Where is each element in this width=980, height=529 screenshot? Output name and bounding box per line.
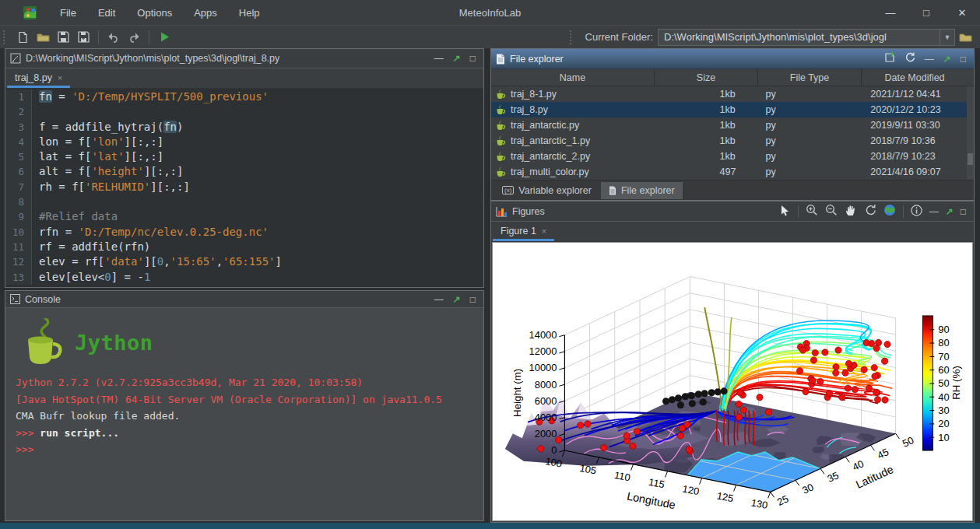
file-icon bbox=[609, 186, 616, 195]
console-header: Console — ↗ □ bbox=[5, 291, 483, 308]
jython-logo-text: Jython bbox=[75, 331, 153, 355]
run-script-button[interactable] bbox=[154, 29, 174, 46]
svg-text:60: 60 bbox=[938, 364, 949, 376]
column-header[interactable]: Date Modified bbox=[862, 69, 968, 86]
globe-icon[interactable] bbox=[883, 204, 896, 219]
file-explorer-header: File explorer — ↗ □ bbox=[491, 49, 974, 69]
toolbar-drag-handle[interactable] bbox=[570, 30, 574, 44]
pan-hand-icon[interactable] bbox=[845, 204, 857, 219]
tab-variable-explorer[interactable]: (x) Variable explorer bbox=[494, 182, 599, 199]
panel-minimize-icon[interactable]: — bbox=[434, 295, 444, 304]
current-folder-value[interactable]: D:\Working\MIScript\Jython\mis\plot_type… bbox=[659, 31, 940, 43]
panel-maximize-icon[interactable]: □ bbox=[470, 295, 476, 304]
file-row[interactable]: traj_multi_color.py497py2021/4/16 09:07 bbox=[491, 164, 967, 180]
close-button[interactable]: ✕ bbox=[944, 0, 980, 25]
tab-close-icon[interactable]: × bbox=[542, 226, 546, 236]
svg-text:70: 70 bbox=[938, 351, 949, 363]
column-header[interactable]: Size bbox=[655, 69, 758, 86]
toolbar-separator bbox=[149, 30, 149, 44]
toolbar-drag-handle[interactable] bbox=[3, 30, 8, 44]
rotate-tool-icon[interactable] bbox=[864, 204, 876, 219]
chevron-down-icon[interactable]: ▼ bbox=[940, 30, 954, 45]
panel-minimize-icon[interactable]: — bbox=[434, 54, 444, 63]
jython-file-icon bbox=[496, 167, 506, 177]
file-row[interactable]: traj_antarctic_2.py1kbpy2018/7/9 10:23 bbox=[491, 149, 967, 164]
svg-text:40: 40 bbox=[851, 457, 866, 473]
editor-header: D:\Working\MIScript\Jython\mis\plot_type… bbox=[5, 49, 483, 68]
console-body[interactable]: Jython Jython 2.7.2 (v2.7.2:925a3cc3b49d… bbox=[5, 309, 483, 520]
figures-title: Figures bbox=[512, 206, 545, 217]
title-bar: FileEditOptionsAppsHelp MeteoInfoLab — □… bbox=[0, 0, 980, 25]
save-as-button[interactable] bbox=[73, 29, 93, 46]
file-row[interactable]: traj_8-1.py1kbpy2021/1/12 04:41 bbox=[491, 86, 967, 102]
column-header[interactable]: File Type bbox=[758, 69, 862, 86]
scrollbar-thumb[interactable] bbox=[968, 153, 973, 165]
svg-text:30: 30 bbox=[800, 481, 815, 496]
tab-traj-8-py[interactable]: traj_8.py × bbox=[7, 69, 70, 88]
svg-text:20: 20 bbox=[938, 418, 949, 429]
code-line: 5lat = f['lat'][:,:] bbox=[5, 149, 483, 164]
browse-folder-button[interactable] bbox=[955, 29, 975, 46]
pointer-tool-icon[interactable] bbox=[779, 205, 791, 219]
panel-maximize-icon[interactable]: □ bbox=[961, 207, 966, 216]
code-editor[interactable]: 1fn = 'D:/Temp/HYSPLIT/500_previous'23f … bbox=[5, 89, 483, 287]
code-lines: 1fn = 'D:/Temp/HYSPLIT/500_previous'23f … bbox=[5, 89, 483, 285]
svg-text:6000: 6000 bbox=[535, 395, 557, 407]
menu-options[interactable]: Options bbox=[129, 4, 180, 22]
open-parent-folder-icon[interactable] bbox=[884, 52, 895, 65]
panel-detach-icon[interactable]: ↗ bbox=[946, 207, 954, 216]
tab-figure-1[interactable]: Figure 1 × bbox=[493, 222, 554, 241]
zoom-in-icon[interactable] bbox=[806, 204, 818, 219]
undo-button[interactable] bbox=[104, 29, 124, 46]
svg-text:50: 50 bbox=[901, 434, 915, 450]
refresh-icon[interactable] bbox=[904, 52, 915, 65]
svg-text:130: 130 bbox=[750, 496, 769, 511]
jython-file-icon bbox=[496, 89, 506, 100]
tab-close-icon[interactable]: × bbox=[58, 73, 62, 82]
new-file-button[interactable] bbox=[12, 29, 33, 46]
console-line: [Java HotSpot(TM) 64-Bit Server VM (Orac… bbox=[16, 391, 483, 408]
current-folder-combobox[interactable]: D:\Working\MIScript\Jython\mis\plot_type… bbox=[658, 29, 955, 46]
svg-text:80: 80 bbox=[938, 338, 949, 349]
console-line: >>> run script... bbox=[16, 425, 483, 442]
minimize-button[interactable]: — bbox=[873, 0, 908, 25]
svg-text:105: 105 bbox=[578, 462, 597, 477]
code-line: 13elev[elev<0] = -1 bbox=[5, 270, 483, 285]
panel-detach-icon[interactable]: ↗ bbox=[943, 54, 951, 64]
console-output: Jython 2.7.2 (v2.7.2:925a3cc3b49d, Mar 2… bbox=[16, 374, 483, 458]
panel-detach-icon[interactable]: ↗ bbox=[453, 54, 461, 63]
menu-file[interactable]: File bbox=[52, 4, 84, 22]
redo-button[interactable] bbox=[124, 29, 144, 46]
code-line: 12elev = rf['data'][0,'15:65','65:155'] bbox=[5, 254, 483, 269]
panel-maximize-icon[interactable]: □ bbox=[470, 54, 476, 63]
panel-minimize-icon[interactable]: — bbox=[925, 54, 934, 64]
open-file-button[interactable] bbox=[33, 29, 53, 46]
menu-help[interactable]: Help bbox=[231, 4, 268, 22]
figures-tab-bar: Figure 1 × bbox=[491, 222, 974, 242]
zoom-out-icon[interactable] bbox=[825, 204, 838, 219]
console-title: Console bbox=[25, 294, 61, 305]
column-header[interactable]: Name bbox=[491, 69, 655, 86]
panel-maximize-icon[interactable]: □ bbox=[961, 54, 966, 64]
file-table-scrollbar[interactable] bbox=[967, 86, 974, 180]
panel-minimize-icon[interactable]: — bbox=[929, 207, 939, 216]
menu-apps[interactable]: Apps bbox=[186, 4, 225, 22]
file-row[interactable]: traj_8.py1kbpy2020/12/2 10:23 bbox=[491, 102, 967, 117]
file-row[interactable]: traj_antarctic_1.py1kbpy2018/7/9 10:36 bbox=[491, 133, 967, 149]
code-line: 7rh = f['RELHUMID'][:,:] bbox=[5, 180, 483, 194]
editor-panel: D:\Working\MIScript\Jython\mis\plot_type… bbox=[5, 48, 484, 288]
svg-text:45: 45 bbox=[876, 446, 890, 461]
figure-canvas[interactable]: 02000400060008000100001200014000Height (… bbox=[493, 243, 972, 520]
save-button[interactable] bbox=[53, 29, 73, 46]
menu-edit[interactable]: Edit bbox=[90, 4, 123, 22]
file-row[interactable]: traj_antarctic.py1kbpy2019/9/11 03:30 bbox=[491, 117, 967, 133]
figures-panel: Figures — ↗ □ Figure 1 × bbox=[490, 201, 975, 523]
svg-text:2000: 2000 bbox=[535, 428, 557, 440]
variable-explorer-icon: (x) bbox=[502, 186, 514, 194]
console-panel: Console — ↗ □ Jython Jython 2.7.2 (v2.7.… bbox=[5, 290, 484, 521]
panel-detach-icon[interactable]: ↗ bbox=[453, 295, 461, 304]
info-icon[interactable] bbox=[911, 205, 922, 219]
tab-file-explorer[interactable]: File explorer bbox=[601, 182, 683, 199]
maximize-button[interactable]: □ bbox=[908, 0, 944, 25]
jython-file-icon bbox=[496, 136, 506, 146]
